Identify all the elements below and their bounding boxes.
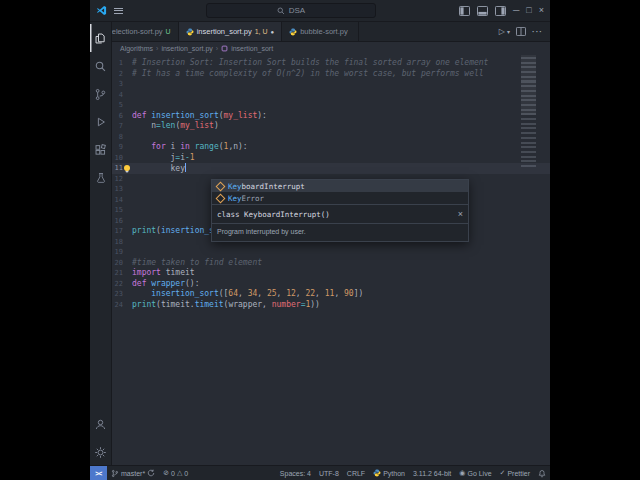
git-branch[interactable]: master* — [107, 469, 159, 478]
suggest-details: class KeyboardInterrupt() × Program inte… — [212, 204, 468, 241]
code-line[interactable]: 3 — [112, 79, 550, 90]
code-text: print(timeit.timeit(wrapper, number=1)) — [132, 300, 320, 311]
suggest-item-keyboardinterrupt[interactable]: KeyboardInterrupt — [212, 180, 468, 192]
split-editor-icon[interactable] — [516, 27, 526, 36]
maximize-button[interactable]: □ — [526, 6, 531, 15]
explorer-icon[interactable] — [90, 24, 112, 52]
go-live[interactable]: ◉ Go Live — [455, 469, 495, 477]
accounts-icon[interactable] — [90, 410, 112, 438]
line-number: 21 — [112, 268, 123, 279]
code-line[interactable]: 22def wrapper(): — [112, 279, 550, 290]
search-icon — [277, 7, 285, 15]
toggle-panel-icon[interactable] — [477, 6, 488, 16]
problems[interactable]: ⊘ 0 △ 0 — [159, 469, 192, 477]
python-interpreter[interactable]: 3.11.2 64-bit — [409, 470, 455, 477]
code-text: def insertion_sort(my_list): — [132, 111, 267, 122]
encoding-setting[interactable]: UTF-8 — [315, 470, 343, 477]
code-line[interactable]: 11 key — [112, 163, 550, 174]
eol-setting[interactable]: CRLF — [343, 470, 369, 477]
line-number: 22 — [112, 279, 123, 290]
errors-count: 0 — [171, 470, 175, 477]
check-icon: ✓ — [500, 469, 506, 477]
close-button[interactable]: × — [539, 6, 544, 15]
sync-icon — [147, 469, 155, 477]
extensions-icon[interactable] — [90, 136, 112, 164]
suggest-label: KeyError — [228, 194, 264, 203]
code-line[interactable]: 10 j=i-1 — [112, 153, 550, 164]
tab-label: selection-sort.py — [108, 27, 163, 36]
settings-gear-icon[interactable] — [90, 438, 112, 466]
code-line[interactable]: 20#time taken to find element — [112, 258, 550, 269]
lightbulb-icon[interactable] — [124, 165, 130, 171]
command-center-search[interactable]: DSA — [206, 3, 376, 18]
code-line[interactable]: 7 n=len(my_list) — [112, 121, 550, 132]
line-number: 5 — [112, 100, 123, 111]
errors-icon: ⊘ — [163, 469, 169, 477]
notifications[interactable] — [534, 469, 550, 478]
code-line[interactable]: 24print(timeit.timeit(wrapper, number=1)… — [112, 300, 550, 311]
code-line[interactable]: 2# It has a time complexity of O(n^2) in… — [112, 69, 550, 80]
suggest-item-keyerror[interactable]: KeyError — [212, 192, 468, 204]
breadcrumb-folder[interactable]: Algorithms — [120, 45, 153, 52]
line-number: 7 — [112, 121, 123, 132]
line-number: 8 — [112, 132, 123, 143]
remote-indicator[interactable]: >< — [90, 466, 107, 480]
code-line[interactable]: 5 — [112, 100, 550, 111]
title-bar-controls: ─ □ × — [459, 6, 544, 16]
title-bar-center: DSA — [130, 3, 452, 18]
minimize-button[interactable]: ─ — [513, 6, 519, 15]
tab-insertion-sort[interactable]: insertion_sort.py 1, U ● — [179, 22, 283, 41]
code-line[interactable]: 4 — [112, 90, 550, 101]
source-control-icon[interactable] — [90, 80, 112, 108]
run-button[interactable]: ▷ — [499, 27, 505, 36]
code-text: def wrapper(): — [132, 279, 199, 290]
symbol-class-icon — [216, 181, 226, 191]
testing-icon[interactable] — [90, 164, 112, 192]
code-text: import timeit — [132, 268, 195, 279]
code-line[interactable]: 23 insertion_sort([64, 34, 25, 12, 22, 1… — [112, 289, 550, 300]
code-line[interactable]: 6def insertion_sort(my_list): — [112, 111, 550, 122]
breadcrumb: Algorithms › insertion_sort.py › inserti… — [112, 42, 550, 55]
code-text: n=len(my_list) — [132, 121, 219, 132]
broadcast-icon: ◉ — [459, 469, 465, 477]
prettier[interactable]: ✓ Prettier — [496, 469, 534, 477]
toggle-sidebar-icon[interactable] — [459, 6, 470, 16]
symbol-class-icon — [216, 193, 226, 203]
tab-bubble-sort[interactable]: bubble-sort.py — [282, 22, 359, 41]
python-file-icon — [186, 28, 194, 36]
code-line[interactable]: 19 — [112, 247, 550, 258]
indentation-setting[interactable]: Spaces: 4 — [276, 470, 315, 477]
search-icon[interactable] — [90, 52, 112, 80]
title-bar: DSA ─ □ × — [90, 0, 550, 22]
code-text: # It has a time complexity of O(n^2) in … — [132, 69, 484, 80]
code-line[interactable]: 8 — [112, 132, 550, 143]
code-line[interactable]: 21import timeit — [112, 268, 550, 279]
code-line[interactable]: 1# Insertion Sort: Insertion Sort builds… — [112, 58, 550, 69]
suggest-signature: class KeyboardInterrupt() — [217, 210, 458, 219]
warnings-icon: △ — [177, 469, 182, 477]
tab-label: insertion_sort.py — [197, 27, 252, 36]
suggest-widget: KeyboardInterrupt KeyError class Keyboar… — [211, 179, 469, 242]
more-actions-icon[interactable]: ··· — [532, 27, 543, 36]
language-mode[interactable]: Python — [369, 469, 409, 477]
close-icon[interactable]: × — [458, 209, 463, 219]
breadcrumb-symbol[interactable]: insertion_sort — [231, 45, 273, 52]
breadcrumb-file[interactable]: insertion_sort.py — [161, 45, 212, 52]
suggest-label: KeyboardInterrupt — [228, 182, 305, 191]
editor-actions: ▷ ▾ ··· — [492, 22, 550, 41]
status-bar: >< master* ⊘ 0 △ 0 Spaces: 4 UTF-8 CRLF — [90, 465, 550, 480]
editor[interactable]: 1# Insertion Sort: Insertion Sort builds… — [112, 55, 550, 466]
line-number: 3 — [112, 79, 123, 90]
line-number: 1 — [112, 58, 123, 69]
unsaved-dot-icon[interactable]: ● — [271, 29, 275, 35]
code-line[interactable]: 9 for i in range(1,n): — [112, 142, 550, 153]
run-and-debug-icon[interactable] — [90, 108, 112, 136]
layout-icon[interactable] — [495, 6, 506, 16]
menu-icon[interactable] — [114, 8, 123, 14]
line-number: 9 — [112, 142, 123, 153]
git-status-badge: U — [166, 28, 171, 35]
code-text: j=i-1 — [132, 153, 195, 164]
search-value: DSA — [289, 6, 305, 15]
run-dropdown-icon[interactable]: ▾ — [507, 28, 510, 35]
suggest-doc: Program interrupted by user. — [212, 224, 468, 241]
